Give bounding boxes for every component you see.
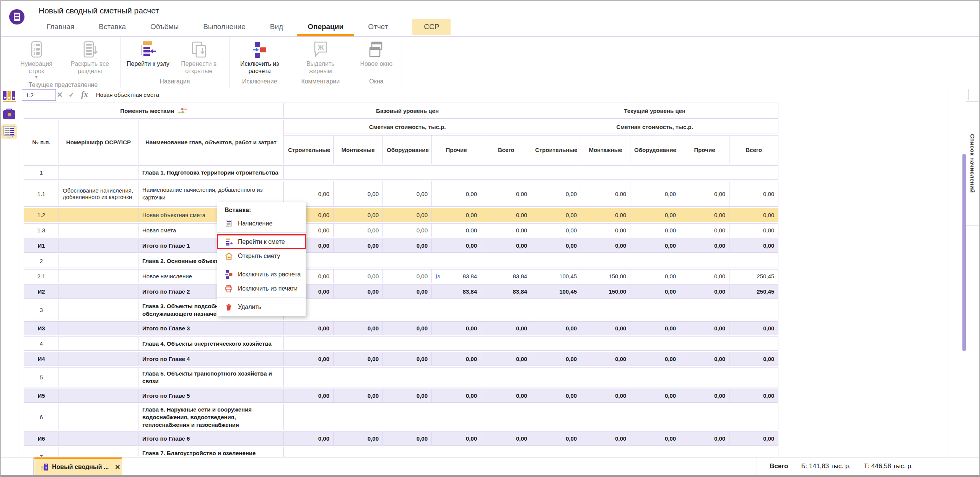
accruals-list-panel-tab[interactable]: Список начислений	[966, 101, 978, 225]
table-cell[interactable]: 0,00	[531, 181, 581, 207]
table-cell[interactable]: 0,00	[680, 431, 729, 446]
formula-cancel-icon[interactable]: ✕	[55, 89, 65, 100]
table-cell[interactable]: 100,45	[531, 269, 581, 283]
table-cell[interactable]: Итого по Главе 6	[138, 431, 284, 446]
table-cell[interactable]: 0,00	[630, 389, 680, 403]
table-cell[interactable]: 0,00	[581, 208, 630, 222]
table-cell[interactable]: 0,00	[729, 238, 778, 253]
ribbon-button[interactable]: Исключить из расчета	[233, 38, 286, 76]
table-cell[interactable]: 250,45	[729, 269, 778, 283]
table-cell[interactable]: 0,00	[729, 389, 778, 403]
table-cell[interactable]: И6	[24, 431, 59, 446]
table-cell[interactable]: 0,00	[481, 389, 531, 403]
table-cell[interactable]: 0,00	[581, 321, 630, 335]
table-cell[interactable]: 0,00	[334, 431, 383, 446]
table-cell[interactable]: 0,00	[432, 352, 481, 366]
vertical-scrollbar-thumb[interactable]	[962, 154, 966, 351]
table-cell[interactable]	[59, 269, 138, 283]
table-cell[interactable]: 0,00	[531, 208, 581, 222]
table-cell[interactable]: И2	[24, 284, 59, 299]
table-cell[interactable]: 0,00	[680, 269, 729, 283]
ribbon-button[interactable]: ЖВыделить жирным	[294, 38, 347, 76]
table-cell[interactable]: 0,00	[334, 321, 383, 335]
table-cell[interactable]	[59, 300, 138, 320]
ribbon-button[interactable]: 123Нумерация строк▼	[10, 38, 63, 80]
table-cell[interactable]: 0,00	[630, 223, 680, 237]
table-cell[interactable]: Итого по Главе 4	[138, 352, 284, 366]
menu-item[interactable]: Удалить	[217, 300, 306, 314]
table-cell[interactable]: Обоснование начисления, добавленного из …	[59, 181, 138, 207]
table-cell[interactable]: Глава 1. Подготовка территории строитель…	[138, 165, 284, 180]
cell-reference-box[interactable]: 1.2	[22, 89, 56, 101]
table-cell[interactable]: 0,00	[481, 208, 531, 222]
table-cell[interactable]: 0,00	[581, 352, 630, 366]
table-cell[interactable]: 0,00	[334, 389, 383, 403]
table-cell[interactable]: 0,00	[680, 181, 729, 207]
table-cell[interactable]: 0,00	[630, 208, 680, 222]
table-cell[interactable]	[284, 165, 531, 180]
table-cell[interactable]	[531, 367, 778, 387]
table-cell[interactable]: 0,00	[284, 389, 334, 403]
table-cell[interactable]	[59, 431, 138, 446]
table-cell[interactable]: fx83,84	[432, 269, 481, 283]
ribbon-button[interactable]: Новое окно	[355, 38, 398, 69]
table-cell[interactable]	[59, 352, 138, 366]
table-cell[interactable]: 0,00	[581, 431, 630, 446]
table-cell[interactable]	[531, 404, 778, 430]
table-cell[interactable]: 0,00	[383, 223, 432, 237]
table-cell[interactable]: 100,45	[531, 284, 581, 299]
tab-close-icon[interactable]: ✕	[115, 463, 120, 471]
table-cell[interactable]: 0,00	[680, 352, 729, 366]
table-cell[interactable]: 0,00	[531, 321, 581, 335]
table-cell[interactable]: 0,00	[729, 321, 778, 335]
table-cell[interactable]	[284, 367, 531, 387]
table-cell[interactable]: 0,00	[383, 321, 432, 335]
table-cell[interactable]: 150,00	[581, 284, 630, 299]
formula-fx-icon[interactable]: fx	[79, 88, 90, 100]
swap-columns-header[interactable]: Поменять местами	[24, 103, 284, 119]
table-cell[interactable]: И1	[24, 238, 59, 253]
table-cell[interactable]: 0,00	[729, 181, 778, 207]
table-cell[interactable]: 0,00	[680, 284, 729, 299]
table-cell[interactable]: 150,00	[581, 269, 630, 283]
table-cell[interactable]: 0,00	[729, 352, 778, 366]
table-cell[interactable]: 0,00	[680, 389, 729, 403]
table-cell[interactable]: 0,00	[630, 321, 680, 335]
table-cell[interactable]: 83,84	[481, 269, 531, 283]
table-cell[interactable]: 0,00	[531, 352, 581, 366]
table-cell[interactable]: 0,00	[630, 431, 680, 446]
table-cell[interactable]	[59, 321, 138, 335]
table-cell[interactable]: 0,00	[581, 223, 630, 237]
table-cell[interactable]: 0,00	[581, 181, 630, 207]
table-cell[interactable]: 0,00	[383, 181, 432, 207]
table-cell[interactable]: 0,00	[432, 223, 481, 237]
menu-item[interactable]: Перейти к смете	[217, 235, 306, 249]
ribbon-tab-8[interactable]: ССР	[412, 19, 451, 35]
table-cell[interactable]: 0,00	[481, 352, 531, 366]
table-cell[interactable]: 0,00	[432, 238, 481, 253]
table-cell[interactable]: Итого по Главе 3	[138, 321, 284, 335]
document-tab[interactable]: Новый сводный ... ✕	[34, 457, 122, 475]
table-cell[interactable]: 0,00	[432, 208, 481, 222]
table-cell[interactable]	[59, 165, 138, 180]
table-cell[interactable]	[59, 284, 138, 299]
table-cell[interactable]: И3	[24, 321, 59, 335]
table-cell[interactable]: 0,00	[680, 223, 729, 237]
table-cell[interactable]: 5	[24, 367, 59, 387]
table-cell[interactable]: 0,00	[481, 431, 531, 446]
table-cell[interactable]: 0,00	[729, 223, 778, 237]
ribbon-tab-4[interactable]: Выполнение	[203, 23, 246, 31]
table-cell[interactable]: 0,00	[432, 389, 481, 403]
table-cell[interactable]: 0,00	[383, 352, 432, 366]
table-cell[interactable]	[59, 367, 138, 387]
ribbon-tab-3[interactable]: Объёмы	[150, 23, 179, 31]
table-cell[interactable]	[531, 300, 778, 320]
table-cell[interactable]: Итого по Главе 5	[138, 389, 284, 403]
table-cell[interactable]	[531, 254, 778, 268]
table-cell[interactable]: 0,00	[581, 238, 630, 253]
table-cell[interactable]: 0,00	[284, 431, 334, 446]
table-cell[interactable]: 0,00	[334, 223, 383, 237]
ribbon-tab-7[interactable]: Отчет	[368, 23, 388, 31]
table-cell[interactable]: 6	[24, 404, 59, 430]
table-cell[interactable]	[59, 208, 138, 222]
